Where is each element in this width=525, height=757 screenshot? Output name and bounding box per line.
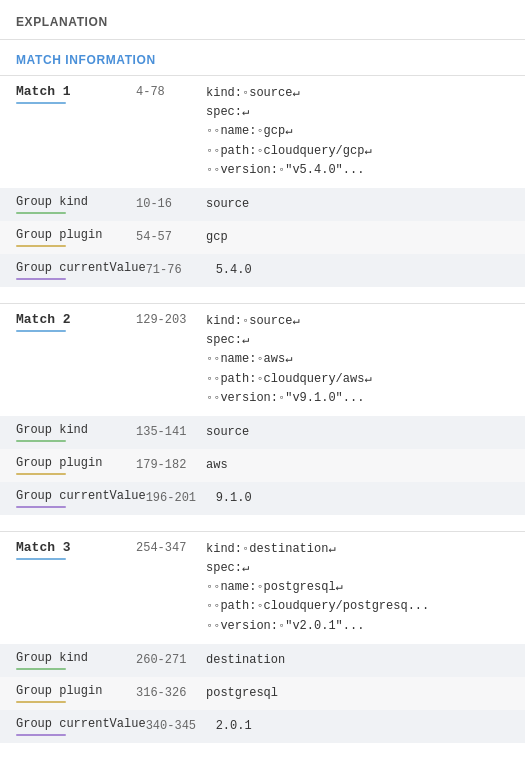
group-range: 179-182 [136, 458, 206, 472]
page-header: EXPLANATION [0, 0, 525, 40]
match-row-3: Match 3254-347kind:◦destination↵spec:↵◦◦… [0, 532, 525, 644]
match-range-3: 254-347 [136, 540, 206, 555]
group-value: source [206, 197, 509, 211]
group-row: Group plugin54-57gcp [0, 221, 525, 254]
match-label-cell-3: Match 3 [16, 540, 136, 560]
section-header-title: MATCH INFORMATION [16, 53, 156, 67]
content-line: spec:↵ [206, 103, 509, 122]
group-label: Group plugin [16, 456, 136, 470]
group-underline [16, 506, 66, 508]
page-header-title: EXPLANATION [16, 15, 108, 29]
group-label-cell: Group kind [16, 423, 136, 442]
match-label-cell-2: Match 2 [16, 312, 136, 332]
group-label: Group kind [16, 651, 136, 665]
content-line: kind:◦destination↵ [206, 540, 509, 559]
content-line: ◦◦name:◦aws↵ [206, 350, 509, 369]
group-label-cell: Group plugin [16, 684, 136, 703]
match-content-3: kind:◦destination↵spec:↵◦◦name:◦postgres… [206, 540, 509, 636]
group-label-cell: Group currentValue [16, 261, 146, 280]
match-row-1: Match 14-78kind:◦source↵spec:↵◦◦name:◦gc… [0, 76, 525, 188]
group-row: Group kind10-16source [0, 188, 525, 221]
content-line: spec:↵ [206, 331, 509, 350]
group-label: Group currentValue [16, 717, 146, 731]
group-label: Group kind [16, 195, 136, 209]
group-label: Group currentValue [16, 489, 146, 503]
content-line: ◦◦version:◦"v2.0.1"... [206, 617, 509, 636]
match-content-1: kind:◦source↵spec:↵◦◦name:◦gcp↵◦◦path:◦c… [206, 84, 509, 180]
group-label: Group plugin [16, 684, 136, 698]
group-value: destination [206, 653, 509, 667]
section-header: MATCH INFORMATION [0, 40, 525, 76]
group-underline [16, 278, 66, 280]
match-label-1: Match 1 [16, 84, 136, 99]
group-row: Group currentValue196-2019.1.0 [0, 482, 525, 515]
content-line: kind:◦source↵ [206, 84, 509, 103]
group-underline [16, 734, 66, 736]
content-line: kind:◦source↵ [206, 312, 509, 331]
group-label-cell: Group kind [16, 195, 136, 214]
group-underline [16, 212, 66, 214]
group-value: postgresql [206, 686, 509, 700]
group-range: 196-201 [146, 491, 216, 505]
group-value: aws [206, 458, 509, 472]
match-content-2: kind:◦source↵spec:↵◦◦name:◦aws↵◦◦path:◦c… [206, 312, 509, 408]
group-value: 5.4.0 [216, 263, 509, 277]
group-row: Group kind135-141source [0, 416, 525, 449]
content-line: ◦◦name:◦postgresql↵ [206, 578, 509, 597]
group-label-cell: Group plugin [16, 228, 136, 247]
group-underline [16, 473, 66, 475]
content-line: spec:↵ [206, 559, 509, 578]
content-line: ◦◦path:◦cloudquery/aws↵ [206, 370, 509, 389]
match-label-cell-1: Match 1 [16, 84, 136, 104]
match-label-2: Match 2 [16, 312, 136, 327]
group-row: Group kind260-271destination [0, 644, 525, 677]
match-underline-3 [16, 558, 66, 560]
content-line: ◦◦path:◦cloudquery/postgresq... [206, 597, 509, 616]
group-value: gcp [206, 230, 509, 244]
match-block-2: Match 2129-203kind:◦source↵spec:↵◦◦name:… [0, 304, 525, 532]
group-label: Group plugin [16, 228, 136, 242]
group-underline [16, 668, 66, 670]
match-range-1: 4-78 [136, 84, 206, 99]
matches-container: Match 14-78kind:◦source↵spec:↵◦◦name:◦gc… [0, 76, 525, 757]
match-underline-1 [16, 102, 66, 104]
content-line: ◦◦name:◦gcp↵ [206, 122, 509, 141]
group-row: Group plugin316-326postgresql [0, 677, 525, 710]
group-label-cell: Group plugin [16, 456, 136, 475]
match-row-2: Match 2129-203kind:◦source↵spec:↵◦◦name:… [0, 304, 525, 416]
group-row: Group currentValue71-765.4.0 [0, 254, 525, 287]
group-range: 135-141 [136, 425, 206, 439]
group-value: 2.0.1 [216, 719, 509, 733]
match-block-1: Match 14-78kind:◦source↵spec:↵◦◦name:◦gc… [0, 76, 525, 304]
match-underline-2 [16, 330, 66, 332]
group-range: 54-57 [136, 230, 206, 244]
group-label-cell: Group currentValue [16, 489, 146, 508]
content-line: ◦◦version:◦"v5.4.0"... [206, 161, 509, 180]
group-range: 260-271 [136, 653, 206, 667]
group-underline [16, 245, 66, 247]
match-label-3: Match 3 [16, 540, 136, 555]
group-value: 9.1.0 [216, 491, 509, 505]
group-range: 71-76 [146, 263, 216, 277]
group-range: 316-326 [136, 686, 206, 700]
content-line: ◦◦version:◦"v9.1.0"... [206, 389, 509, 408]
group-label-cell: Group currentValue [16, 717, 146, 736]
group-label: Group currentValue [16, 261, 146, 275]
group-range: 340-345 [146, 719, 216, 733]
group-range: 10-16 [136, 197, 206, 211]
content-line: ◦◦path:◦cloudquery/gcp↵ [206, 142, 509, 161]
group-value: source [206, 425, 509, 439]
match-range-2: 129-203 [136, 312, 206, 327]
group-label-cell: Group kind [16, 651, 136, 670]
match-block-3: Match 3254-347kind:◦destination↵spec:↵◦◦… [0, 532, 525, 757]
group-underline [16, 701, 66, 703]
group-underline [16, 440, 66, 442]
group-row: Group plugin179-182aws [0, 449, 525, 482]
group-label: Group kind [16, 423, 136, 437]
group-row: Group currentValue340-3452.0.1 [0, 710, 525, 743]
